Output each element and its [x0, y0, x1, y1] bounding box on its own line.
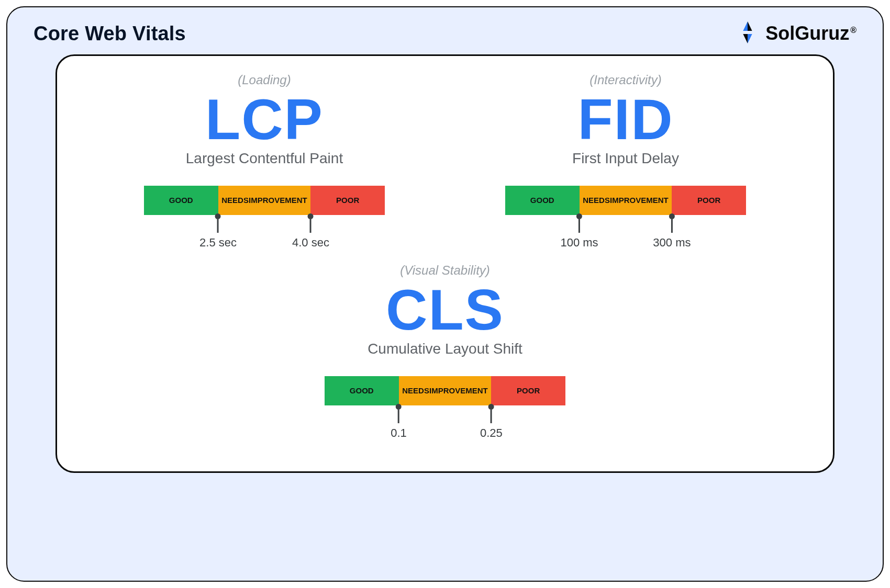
threshold-bar: GOOD NEEDSIMPROVEMENT POOR [144, 186, 385, 215]
tick-label: 0.1 [391, 426, 407, 440]
tick-dot-icon [215, 213, 221, 219]
brand: SolGuruz® [735, 20, 856, 47]
page-title: Core Web Vitals [34, 22, 186, 45]
segment-poor: POOR [672, 186, 746, 215]
segment-needs-improvement: NEEDSIMPROVEMENT [399, 376, 492, 405]
tick-low: 0.1 [391, 404, 407, 440]
metric-full-name: Cumulative Layout Shift [368, 341, 522, 357]
tick-label: 2.5 sec [199, 236, 237, 250]
segment-needs-improvement: NEEDSIMPROVEMENT [580, 186, 672, 215]
segment-needs-improvement: NEEDSIMPROVEMENT [218, 186, 311, 215]
page-card: Core Web Vitals SolGuruz® (Loading) LCP [6, 6, 884, 582]
brand-name-text: SolGuruz [765, 22, 849, 44]
tick-low: 2.5 sec [199, 213, 237, 250]
content-card: (Loading) LCP Largest Contentful Paint G… [55, 54, 835, 473]
tick-dot-icon [669, 213, 675, 219]
metric-cls: (Visual Stability) CLS Cumulative Layout… [298, 263, 592, 435]
segment-poor: POOR [310, 186, 385, 215]
tick-high: 0.25 [480, 404, 503, 440]
metric-category: (Loading) [238, 73, 291, 87]
metric-abbr: CLS [386, 281, 504, 338]
tick-stem-icon [310, 219, 312, 233]
tick-dot-icon [488, 404, 494, 410]
metric-abbr: FID [577, 91, 673, 148]
metric-abbr: LCP [205, 91, 324, 148]
brand-logo-icon [735, 20, 760, 47]
trademark-icon: ® [850, 26, 856, 35]
metric-category: (Interactivity) [589, 73, 661, 87]
tick-label: 100 ms [560, 236, 598, 250]
metrics-row-top: (Loading) LCP Largest Contentful Paint G… [78, 73, 813, 244]
threshold-ticks: 2.5 sec 4.0 sec [144, 215, 385, 244]
metric-full-name: Largest Contentful Paint [186, 150, 343, 167]
metric-full-name: First Input Delay [572, 150, 679, 167]
header: Core Web Vitals SolGuruz® [30, 20, 860, 47]
metric-lcp: (Loading) LCP Largest Contentful Paint G… [118, 73, 411, 244]
brand-name: SolGuruz® [765, 22, 856, 44]
segment-poor: POOR [491, 376, 565, 405]
tick-dot-icon [308, 213, 314, 219]
metrics-row-bottom: (Visual Stability) CLS Cumulative Layout… [78, 263, 813, 435]
segment-good: GOOD [325, 376, 399, 405]
tick-dot-icon [576, 213, 582, 219]
tick-label: 300 ms [653, 236, 691, 250]
metric-fid: (Interactivity) FID First Input Delay GO… [479, 73, 772, 244]
threshold-bar: GOOD NEEDSIMPROVEMENT POOR [505, 186, 746, 215]
tick-dot-icon [396, 404, 402, 410]
segment-good: GOOD [505, 186, 580, 215]
threshold-ticks: 100 ms 300 ms [505, 215, 746, 244]
metric-category: (Visual Stability) [400, 263, 490, 278]
tick-label: 0.25 [480, 426, 503, 440]
threshold-ticks: 0.1 0.25 [325, 405, 565, 435]
tick-stem-icon [578, 219, 580, 233]
tick-high: 4.0 sec [292, 213, 329, 250]
tick-label: 4.0 sec [292, 236, 329, 250]
tick-stem-icon [398, 410, 399, 423]
tick-stem-icon [217, 219, 219, 233]
tick-stem-icon [491, 410, 492, 423]
tick-low: 100 ms [560, 213, 598, 250]
segment-good: GOOD [144, 186, 218, 215]
tick-high: 300 ms [653, 213, 691, 250]
tick-stem-icon [671, 219, 673, 233]
threshold-bar: GOOD NEEDSIMPROVEMENT POOR [325, 376, 565, 405]
